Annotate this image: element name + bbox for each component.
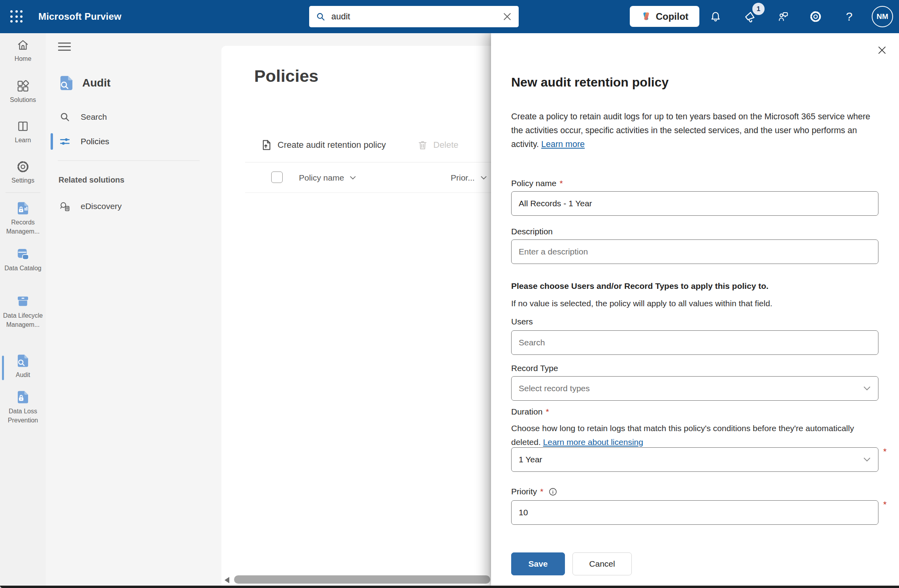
new-document-icon: [260, 139, 273, 151]
rail-divider: [6, 192, 40, 193]
global-search[interactable]: [309, 6, 519, 27]
clear-search-icon[interactable]: [502, 11, 512, 22]
sidebar-title: Audit: [82, 77, 111, 89]
record-type-dropdown[interactable]: Select record types: [511, 376, 878, 401]
rail-item-solutions[interactable]: Solutions: [0, 79, 46, 104]
avatar[interactable]: NM: [872, 6, 893, 27]
notifications-bell-icon[interactable]: [708, 9, 723, 24]
top-bar: Microsoft Purview Copilot: [0, 0, 899, 33]
audit-sidebar: Audit Search Policies Related solutions: [46, 33, 221, 586]
related-solutions-header: Related solutions: [59, 175, 125, 185]
duration-note: Choose how long to retain logs that matc…: [511, 421, 878, 449]
save-button[interactable]: Save: [511, 552, 565, 575]
audit-icon: [15, 353, 30, 368]
trash-icon: [417, 139, 429, 151]
records-management-icon: [15, 201, 30, 216]
policy-name-label: Policy name*: [511, 179, 563, 188]
sidebar-item-search[interactable]: Search: [46, 107, 221, 127]
copilot-label: Copilot: [656, 11, 689, 22]
collapse-menu-icon[interactable]: [58, 41, 71, 52]
chevron-down-icon: [863, 386, 871, 391]
chevron-down-icon: [349, 175, 356, 180]
duration-dropdown[interactable]: 1 Year: [511, 447, 878, 472]
feedback-icon[interactable]: [775, 9, 791, 24]
solutions-icon: [16, 79, 30, 93]
home-icon: [16, 38, 30, 52]
search-icon: [315, 11, 326, 22]
record-type-label: Record Type: [511, 364, 558, 373]
rail-item-records-management[interactable]: Records Managem...: [0, 201, 46, 236]
cancel-button[interactable]: Cancel: [572, 552, 632, 575]
priority-input[interactable]: [511, 500, 878, 525]
app-launcher-icon[interactable]: [9, 9, 25, 24]
rail-item-learn[interactable]: Learn: [0, 119, 46, 145]
search-icon: [59, 111, 71, 123]
scope-section-note: If no value is selected, the policy will…: [511, 296, 878, 310]
rail-item-home[interactable]: Home: [0, 38, 46, 63]
priority-required-asterisk: *: [883, 499, 887, 510]
rail-item-data-lifecycle-management[interactable]: Data Lifecycle Managem...: [0, 294, 46, 329]
column-header-priority[interactable]: Prior...: [451, 173, 487, 183]
panel-intro: Create a policy to retain audit logs for…: [511, 110, 878, 151]
rail-item-data-loss-prevention[interactable]: Data Loss Prevention: [0, 390, 46, 425]
gear-icon: [16, 160, 30, 174]
rail-item-settings[interactable]: Settings: [0, 160, 46, 185]
data-lifecycle-management-icon: [15, 294, 30, 309]
column-header-policy-name[interactable]: Policy name: [299, 173, 356, 183]
sidebar-selected-indicator: [51, 133, 53, 150]
new-policy-panel: New audit retention policy Create a poli…: [491, 33, 899, 586]
chevron-down-icon: [480, 175, 487, 180]
sidebar-divider: [58, 160, 200, 161]
notification-badge: 1: [752, 3, 765, 15]
learn-icon: [16, 119, 30, 134]
rail-item-audit[interactable]: Audit: [0, 353, 46, 379]
window-bottom-edge: [0, 586, 899, 588]
sidebar-title-row: Audit: [46, 73, 221, 93]
search-input[interactable]: [331, 11, 502, 22]
sidebar-item-policies[interactable]: Policies: [46, 131, 221, 152]
panel-title: New audit retention policy: [511, 75, 669, 90]
priority-label: Priority*: [511, 487, 557, 496]
delete-button[interactable]: Delete: [417, 136, 459, 154]
select-all-checkbox[interactable]: [271, 172, 283, 183]
data-loss-prevention-icon: [15, 390, 30, 405]
duration-label: Duration*: [511, 407, 549, 416]
learn-more-link[interactable]: Learn more: [541, 139, 585, 149]
close-icon[interactable]: [876, 44, 888, 56]
sidebar-item-ediscovery[interactable]: eDiscovery: [46, 196, 221, 217]
data-catalog-icon: [15, 247, 30, 262]
help-icon[interactable]: ?: [841, 9, 857, 24]
brand-title: Microsoft Purview: [38, 0, 121, 33]
users-label: Users: [511, 317, 533, 326]
description-input[interactable]: [511, 239, 878, 264]
scroll-left-arrow[interactable]: [225, 577, 229, 583]
rail-item-data-catalog[interactable]: Data Catalog: [0, 247, 46, 273]
scrollbar-thumb[interactable]: [234, 575, 490, 584]
policies-sliders-icon: [59, 136, 71, 147]
create-policy-button[interactable]: Create audit retention policy: [260, 136, 386, 154]
page-title: Policies: [254, 66, 319, 86]
policy-name-input[interactable]: [511, 191, 878, 216]
settings-gear-icon[interactable]: [808, 9, 823, 24]
left-rail: Home Solutions Learn Settings: [0, 33, 46, 586]
duration-required-asterisk: *: [883, 447, 887, 457]
scope-section-heading: Please choose Users and/or Record Types …: [511, 281, 878, 291]
ediscovery-icon: [59, 200, 71, 212]
users-search-input[interactable]: [511, 330, 878, 355]
description-label: Description: [511, 227, 553, 236]
chevron-down-icon: [863, 457, 871, 462]
info-icon[interactable]: [548, 487, 557, 496]
copilot-icon: [641, 11, 652, 22]
copilot-button[interactable]: Copilot: [630, 6, 699, 27]
licensing-link[interactable]: Learn more about licensing: [543, 437, 643, 447]
audit-solution-icon: [58, 74, 75, 92]
